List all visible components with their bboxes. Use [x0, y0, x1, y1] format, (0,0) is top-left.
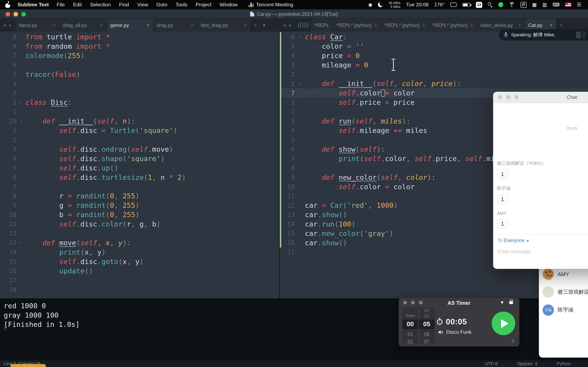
- tab-replpython[interactable]: *REPL* [python]✕: [333, 19, 381, 31]
- meeting-menubar-item[interactable]: Tencent Meeting: [246, 2, 295, 8]
- speaking-indicator-bar[interactable]: Speaking: 解博 Mike;: [499, 29, 588, 40]
- tab-close-icon[interactable]: ✕: [550, 23, 553, 27]
- tab-close-icon[interactable]: ✕: [191, 23, 194, 27]
- menu-project[interactable]: Project: [191, 2, 216, 8]
- menu-view[interactable]: View: [133, 2, 152, 8]
- fold-arrow-icon[interactable]: ▾: [17, 117, 26, 126]
- code-line[interactable]: 6: [0, 60, 279, 70]
- minimize-window-button[interactable]: [13, 12, 18, 17]
- tab-close-icon[interactable]: ✕: [374, 23, 377, 27]
- code-line[interactable]: 5········self.disc.up(): [0, 163, 279, 173]
- code-line[interactable]: 8········r = randint(0, 255): [0, 192, 279, 201]
- spotlight-search-icon[interactable]: [488, 2, 493, 7]
- fold-arrow-icon[interactable]: ▾: [295, 32, 305, 42]
- grid-icon[interactable]: ▦: [532, 2, 537, 7]
- recipient-dropdown[interactable]: Everyone: [504, 237, 525, 243]
- menu-selection[interactable]: Selection: [86, 2, 115, 8]
- apple-menu-icon[interactable]: [5, 2, 10, 8]
- keyboard-icon[interactable]: ⌨: [553, 2, 560, 7]
- picker-cell[interactable]: 01: [402, 331, 418, 338]
- code-line[interactable]: 9from turtle import *: [0, 32, 279, 42]
- code-line[interactable]: 2: [280, 70, 588, 79]
- tab-game.py[interactable]: game.py✕: [107, 19, 153, 31]
- participant-row[interactable]: 宇涵陈宇涵: [539, 301, 588, 319]
- forward-arrow-icon[interactable]: ▶: [289, 23, 292, 27]
- code-line[interactable]: 4····price = 0: [280, 51, 588, 60]
- tab-close-icon[interactable]: ✕: [470, 23, 473, 27]
- heart-icon[interactable]: ♥: [501, 300, 504, 305]
- picker-cell[interactable]: 06: [419, 331, 435, 338]
- code-line[interactable]: 1▾····def __init__(self, color, price):: [280, 79, 588, 89]
- picker-cell-selected[interactable]: 05: [419, 319, 435, 329]
- zoom-window-button[interactable]: [21, 12, 26, 17]
- window-titlebar[interactable]: Car.py — pysolution.2021-04-13[Tue]: [0, 9, 588, 19]
- code-line[interactable]: 7colormode(255): [0, 51, 279, 60]
- app-menu[interactable]: Sublime Text: [15, 2, 52, 8]
- code-line[interactable]: 1········self.disc = Turtle('square'): [0, 126, 279, 135]
- picker-cell[interactable]: 07: [419, 338, 435, 343]
- timer-sound-name[interactable]: Disco Funk: [446, 329, 472, 335]
- code-line[interactable]: 16········update(): [0, 266, 279, 276]
- close-window-button[interactable]: [6, 12, 10, 17]
- chat-header[interactable]: Chat: [493, 92, 588, 103]
- tab-close-icon[interactable]: ✕: [244, 23, 247, 27]
- tab-hanoi.py[interactable]: hanoi.py✕: [15, 19, 60, 31]
- picker-cell[interactable]: 02: [402, 338, 418, 343]
- fold-arrow-icon[interactable]: ▾: [17, 98, 26, 107]
- code-line[interactable]: 2▾class Disc:: [0, 98, 279, 107]
- flag-icon[interactable]: [565, 3, 571, 7]
- display-icon[interactable]: [450, 3, 457, 7]
- tab-drag.py[interactable]: drag.py✕: [153, 19, 198, 31]
- screen-record-icon[interactable]: ◉: [368, 2, 372, 7]
- code-line[interactable]: 12: [0, 229, 279, 238]
- code-line[interactable]: 10▾····def __init__(self, n):: [0, 117, 279, 126]
- code-line[interactable]: 6········self.disc.turtlesize(1, n * 2): [0, 173, 279, 182]
- tab-fast_drag.py[interactable]: fast_drag.py✕: [198, 19, 251, 31]
- menu-file[interactable]: File: [52, 2, 69, 8]
- wifi-icon[interactable]: [509, 2, 515, 7]
- menu-tools[interactable]: Tools: [172, 2, 191, 8]
- code-line[interactable]: 18: [0, 285, 279, 294]
- chat-message-input[interactable]: Enter message...: [498, 249, 535, 254]
- fold-arrow-icon[interactable]: ▾: [295, 79, 305, 89]
- temperature-reading[interactable]: 176°: [434, 2, 445, 8]
- code-line[interactable]: 5tracer(False): [0, 70, 279, 79]
- code-line[interactable]: 4········self.disc.shape('square'): [0, 154, 279, 163]
- participant-row[interactable]: 健三游戏解说: [539, 283, 588, 301]
- code-line[interactable]: 9········g = randint(0, 255): [0, 201, 279, 210]
- app-status-icon[interactable]: [498, 2, 503, 7]
- code-line[interactable]: 15········self.disc.goto(x, y): [0, 257, 279, 266]
- tab-overflow-button[interactable]: ▾: [260, 19, 268, 31]
- code-line[interactable]: 4: [0, 79, 279, 89]
- code-line[interactable]: 7: [0, 182, 279, 192]
- menu-edit[interactable]: Edit: [69, 2, 86, 8]
- calendar-icon[interactable]: 13: [476, 2, 482, 8]
- code-line[interactable]: 1: [0, 107, 279, 117]
- picker-cell-selected[interactable]: 00: [402, 319, 418, 329]
- menu-find[interactable]: Find: [115, 2, 133, 8]
- timer-hour-picker[interactable]: Hours 00 01 02 03 04 05 06 07: [402, 308, 435, 343]
- tab-close-icon[interactable]: ✕: [146, 23, 149, 27]
- code-line[interactable]: 3: [0, 88, 279, 98]
- menu-list-icon[interactable]: ☰: [577, 2, 581, 7]
- play-button[interactable]: [492, 312, 515, 335]
- tab-replp[interactable]: *REPL* [p: [311, 19, 333, 31]
- help-button[interactable]: ?: [511, 338, 514, 344]
- do-not-disturb-icon[interactable]: [378, 2, 383, 7]
- tab-close-icon[interactable]: ✕: [100, 23, 103, 27]
- code-line[interactable]: 17: [0, 276, 279, 285]
- tab-close-icon[interactable]: ✕: [518, 23, 521, 27]
- input-source-icon[interactable]: 拼: [520, 2, 526, 8]
- menubar-clock[interactable]: Tue 20:06: [406, 2, 429, 8]
- tab-close-icon[interactable]: ✕: [422, 23, 425, 27]
- code-line[interactable]: 2: [0, 135, 279, 145]
- fold-arrow-icon[interactable]: ▾: [17, 238, 26, 248]
- code-line[interactable]: 13▾····def move(self, x, y):: [0, 238, 279, 248]
- code-line[interactable]: 14········print(x, y): [0, 248, 279, 257]
- tab-replpython[interactable]: *REPL* [python]✕: [381, 19, 429, 31]
- new-tab-button[interactable]: +: [251, 19, 260, 31]
- lock-icon[interactable]: [509, 301, 513, 304]
- left-editor-pane[interactable]: 9from turtle import *8from random import…: [0, 31, 279, 299]
- back-arrow-icon[interactable]: ◀: [283, 23, 286, 27]
- tab-replpython[interactable]: *REPL* [python]✕: [429, 19, 477, 31]
